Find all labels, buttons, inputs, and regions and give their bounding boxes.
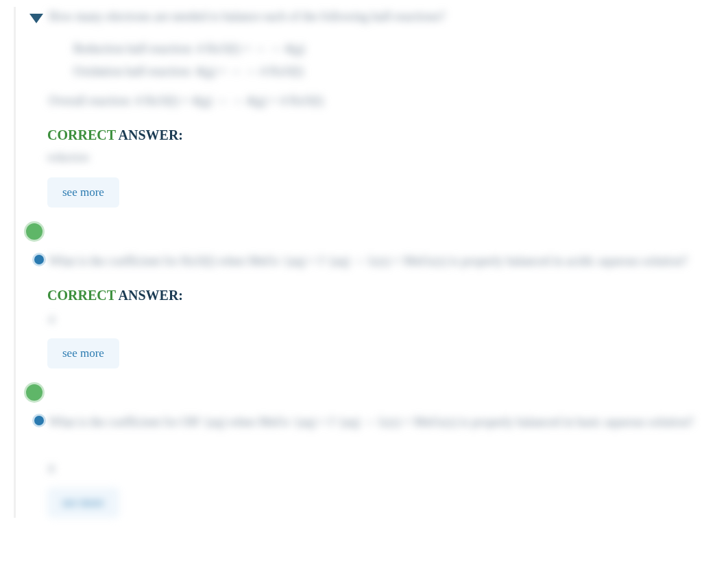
expand-triangle-icon[interactable] [29, 14, 43, 23]
status-dot-icon [24, 221, 45, 242]
question-badge-icon [32, 414, 46, 427]
see-more-button-1[interactable]: see more [47, 177, 119, 208]
answer-word: ANSWER: [116, 288, 183, 303]
separator-1 [19, 221, 714, 242]
separator-2 [19, 382, 714, 403]
status-dot-icon [24, 382, 45, 403]
correct-answer-label-2: CORRECT ANSWER: [47, 288, 714, 303]
answer-word: ANSWER: [116, 127, 183, 142]
question-2-prompt: What is the coefficient for H₂O(l) when … [49, 251, 714, 271]
page-container: How many electrons are needed to balance… [0, 0, 728, 538]
question-3-prompt: What is the coefficient for OH⁻(aq) when… [49, 412, 714, 432]
question-1-half-reaction-1: Reduction half-reaction: 4 H₂O(l) + → → … [73, 39, 714, 59]
correct-word: CORRECT [47, 288, 116, 303]
question-3-block: What is the coefficient for OH⁻(aq) when… [19, 412, 714, 518]
question-1-block: How many electrons are needed to balance… [19, 7, 714, 208]
see-more-button-3-blurred[interactable]: see more [47, 488, 119, 518]
separator-line [45, 392, 714, 392]
content-wrapper: How many electrons are needed to balance… [14, 7, 714, 518]
correct-word: CORRECT [47, 127, 116, 142]
correct-answer-label-1: CORRECT ANSWER: [47, 127, 714, 143]
question-badge-icon [32, 253, 46, 266]
question-1-prompt: How many electrons are needed to balance… [49, 7, 714, 27]
answer-3-blur: 8 [49, 463, 62, 475]
question-2-block: What is the coefficient for H₂O(l) when … [19, 251, 714, 368]
answer-2-blur: 4 [49, 314, 62, 326]
question-1-half-reaction-2: Oxidation half-reaction: 4(g) + → → 4 H₂… [73, 62, 714, 82]
answer-1-blur: reduction [47, 151, 714, 164]
see-more-button-2[interactable]: see more [47, 338, 119, 368]
separator-line [45, 232, 714, 232]
question-1-overall: Overall reaction: 4 H₂O(l) + 4(g) → → 4(… [49, 91, 714, 111]
